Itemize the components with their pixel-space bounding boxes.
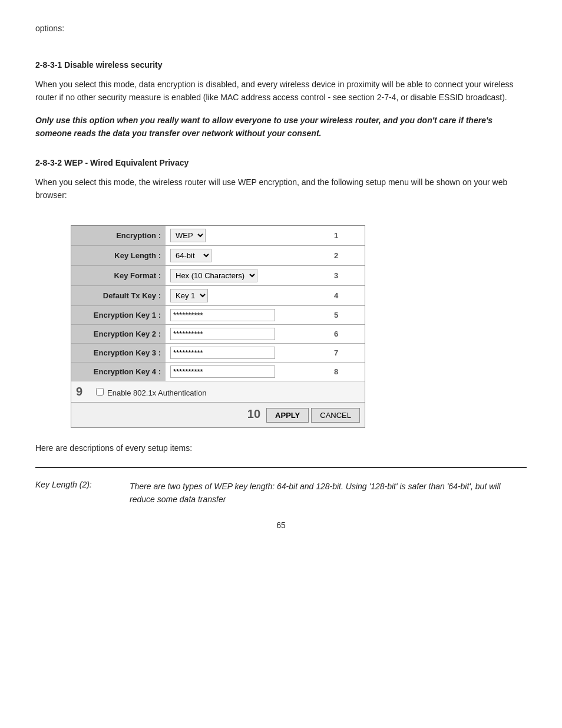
wep-row-value-1[interactable]: 64-bit128-bit xyxy=(166,246,329,266)
section2-block: 2-8-3-2 WEP - Wired Equivalent Privacy W… xyxy=(35,158,527,202)
wep-row-value-6[interactable] xyxy=(166,344,329,363)
enable-auth-empty xyxy=(329,381,365,403)
wep-row-label-4: Encryption Key 1 : xyxy=(71,306,166,325)
wep-row-number-0: 1 xyxy=(329,226,365,246)
key-length-description: Key Length (2): There are two types of W… xyxy=(35,477,527,509)
wep-row-label-1: Key Length : xyxy=(71,246,166,266)
section1-body: When you select this mode, data encrypti… xyxy=(35,78,527,104)
divider xyxy=(35,467,527,468)
wep-input-7[interactable] xyxy=(170,365,275,378)
wep-row-value-2[interactable]: Hex (10 Characters)ASCII xyxy=(166,266,329,286)
wep-table: Encryption :WEP1Key Length :64-bit128-bi… xyxy=(71,226,365,427)
apply-cancel-row: 10APPLYCANCEL xyxy=(71,403,365,428)
wep-row-number-1: 2 xyxy=(329,246,365,266)
wep-row-value-0[interactable]: WEP xyxy=(166,226,329,246)
section2-body: When you select this mode, the wireless … xyxy=(35,176,527,202)
wep-row-number-6: 7 xyxy=(329,344,365,363)
key-length-label: Key Length (2): xyxy=(35,477,130,509)
wep-row-number-4: 5 xyxy=(329,306,365,325)
section1-title: 2-8-3-1 Disable wireless security xyxy=(35,60,527,70)
wep-row-number-5: 6 xyxy=(329,325,365,344)
apply-button[interactable]: APPLY xyxy=(266,408,309,423)
wep-row-label-5: Encryption Key 2 : xyxy=(71,325,166,344)
enable-auth-checkbox[interactable] xyxy=(96,388,104,396)
wep-select-3[interactable]: Key 1Key 2Key 3Key 4 xyxy=(170,289,208,302)
wep-select-0[interactable]: WEP xyxy=(170,229,206,242)
enable-auth-label: Enable 802.1x Authentication xyxy=(107,388,206,397)
wep-row-number-7: 8 xyxy=(329,363,365,381)
wep-row-label-7: Encryption Key 4 : xyxy=(71,363,166,381)
wep-input-4[interactable] xyxy=(170,309,275,321)
key-length-desc: There are two types of WEP key length: 6… xyxy=(130,477,527,509)
wep-row-label-6: Encryption Key 3 : xyxy=(71,344,166,363)
descriptions-intro: Here are descriptions of every setup ite… xyxy=(35,442,527,454)
section2-title: 2-8-3-2 WEP - Wired Equivalent Privacy xyxy=(35,158,527,167)
enable-auth-number: 9 xyxy=(76,385,94,398)
wep-input-6[interactable] xyxy=(170,347,275,359)
wep-settings-table: Encryption :WEP1Key Length :64-bit128-bi… xyxy=(71,225,365,428)
wep-select-2[interactable]: Hex (10 Characters)ASCII xyxy=(170,269,257,282)
wep-row-value-7[interactable] xyxy=(166,363,329,381)
wep-row-value-3[interactable]: Key 1Key 2Key 3Key 4 xyxy=(166,286,329,306)
wep-row-value-4[interactable] xyxy=(166,306,329,325)
intro-options: options: xyxy=(35,24,527,33)
wep-select-1[interactable]: 64-bit128-bit xyxy=(170,249,211,262)
cancel-button[interactable]: CANCEL xyxy=(311,408,360,423)
section1-warning: Only use this option when you really wan… xyxy=(35,114,527,140)
section1-block: 2-8-3-1 Disable wireless security When y… xyxy=(35,60,527,140)
wep-row-number-2: 3 xyxy=(329,266,365,286)
enable-auth-row: 9Enable 802.1x Authentication xyxy=(71,381,329,403)
wep-row-label-2: Key Format : xyxy=(71,266,166,286)
wep-row-label-0: Encryption : xyxy=(71,226,166,246)
page-number: 65 xyxy=(35,521,527,530)
wep-row-value-5[interactable] xyxy=(166,325,329,344)
wep-row-label-3: Default Tx Key : xyxy=(71,286,166,306)
wep-input-5[interactable] xyxy=(170,328,275,340)
wep-row-number-3: 4 xyxy=(329,286,365,306)
apply-cancel-number: 10 xyxy=(247,407,260,420)
